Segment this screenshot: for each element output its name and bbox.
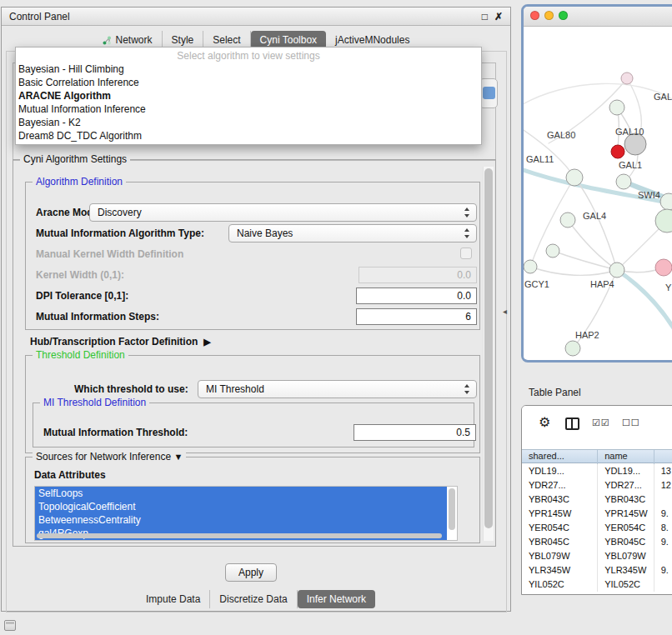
table-row[interactable]: YDR27...YDR27...12 [522, 478, 672, 492]
background-combo-fragment [479, 78, 498, 108]
table-body: YDL19...YDL19...13YDR27...YDR27...12YBR0… [522, 464, 672, 592]
panel-dock-icon[interactable] [4, 620, 16, 631]
table-cell: YIL052C [522, 578, 598, 592]
threshold-definition-group: Threshold Definition Which threshold to … [25, 355, 480, 453]
table-row[interactable]: YIL052CYIL052C [522, 578, 672, 592]
list-hscrollbar-thumb[interactable] [37, 533, 442, 538]
column-header[interactable] [654, 450, 672, 464]
hub-definition-toggle[interactable]: Hub/Transcription Factor Definition ▶ [30, 336, 211, 348]
algorithm-option[interactable]: Basic Correlation Inference [16, 76, 481, 89]
table-cell [654, 549, 672, 563]
close-light[interactable] [530, 11, 539, 20]
kernel-width-field[interactable]: 0.0 [359, 267, 477, 283]
window-title: Control Panel [9, 11, 70, 22]
node-label: GAL11 [526, 154, 554, 164]
attribute-item[interactable]: TopologicalCoefficient [35, 500, 447, 513]
table-row[interactable]: YER054CYER054C8. [522, 521, 672, 535]
network-node[interactable] [609, 100, 624, 115]
mi-threshold-legend: MI Threshold Definition [40, 397, 149, 408]
float-window-icon[interactable]: □ [482, 12, 488, 22]
manual-kernel-checkbox[interactable] [460, 248, 472, 259]
algorithm-definition-group: Algorithm Definition Aracne Mode: Discov… [25, 182, 480, 330]
data-attributes-list: SelfLoopsTopologicalCoefficientBetweenne… [35, 487, 457, 540]
table-cell: YLR345W [598, 563, 654, 578]
network-node[interactable] [565, 341, 580, 356]
mi-type-select[interactable]: Naive Bayes [228, 224, 477, 242]
data-attributes-listbox[interactable]: SelfLoopsTopologicalCoefficientBetweenne… [34, 486, 458, 541]
mi-steps-field[interactable]: 6 [356, 308, 477, 325]
network-node[interactable] [611, 145, 624, 158]
network-node[interactable] [524, 260, 537, 273]
sources-legend: Sources for Network Inference ▼ [33, 451, 186, 462]
tab-label: jActiveMNodules [335, 34, 409, 46]
mi-type-label: Mutual Information Algorithm Type: [36, 228, 204, 239]
traffic-lights [530, 11, 573, 22]
algorithm-placeholder: Select algorithm to view settings [16, 50, 481, 62]
algorithm-option[interactable]: Bayesian - K2 [16, 116, 481, 129]
control-panel-window: Control Panel □ ✗ NetworkStyleSelectCyni… [1, 7, 511, 612]
table-row[interactable]: YBL079WYBL079W [522, 549, 672, 563]
help-icon[interactable] [483, 87, 495, 99]
table-cell: 8. [654, 521, 672, 535]
network-node[interactable] [546, 244, 559, 258]
close-window-icon[interactable]: ✗ [494, 12, 503, 22]
data-attributes-label: Data Attributes [34, 469, 106, 481]
table-row[interactable]: YDL19...YDL19...13 [522, 464, 672, 478]
network-node[interactable] [560, 212, 575, 228]
mi-threshold-field[interactable]: 0.5 [354, 424, 476, 441]
network-canvas[interactable]: GAL8GAL80GAL10GAL11GAL1SWI4GAL4GCY1HAP4Y… [524, 27, 672, 359]
dpi-tolerance-field[interactable]: 0.0 [356, 288, 477, 304]
dpi-tolerance-label: DPI Tolerance [0,1]: [36, 290, 128, 302]
zoom-light[interactable] [559, 11, 568, 20]
network-edge[interactable] [617, 270, 672, 328]
table-cell: YPR145W [522, 507, 598, 521]
scrollbar-thumb[interactable] [484, 168, 493, 528]
mi-threshold-value: 0.5 [456, 427, 470, 438]
table-cell: 9. [654, 535, 672, 549]
table-row[interactable]: YBR043CYBR043C [522, 492, 672, 507]
network-edge[interactable] [530, 267, 617, 275]
columns-icon[interactable] [565, 418, 579, 430]
attribute-item[interactable]: BetweennessCentrality [35, 513, 447, 527]
sources-group: Sources for Network Inference ▼ Data Att… [25, 457, 480, 543]
panel-splitter-arrow[interactable]: ◂ [503, 307, 507, 316]
aracne-mode-select[interactable]: Discovery [89, 203, 477, 222]
table-cell: 12 [654, 478, 672, 492]
select-all-icon[interactable]: ☑☑ [592, 418, 610, 428]
algorithm-option[interactable]: Bayesian - Hill Climbing [16, 62, 481, 76]
settings-scrollbar[interactable] [483, 167, 494, 541]
network-edge[interactable] [568, 220, 617, 270]
network-node[interactable] [616, 174, 631, 189]
network-node[interactable] [655, 209, 672, 232]
table-row[interactable]: YPR145WYPR145W9. [522, 507, 672, 521]
network-edge[interactable] [553, 251, 617, 270]
table-cell: YBR045C [598, 535, 654, 549]
deselect-all-icon[interactable]: ☐☐ [622, 418, 640, 428]
table-row[interactable]: YBR045CYBR045C9. [522, 535, 672, 549]
algorithm-option[interactable]: ARACNE Algorithm [16, 89, 481, 102]
node-label: GAL1 [619, 160, 642, 170]
collapse-arrow-icon[interactable]: ▼ [173, 452, 183, 462]
network-edge[interactable] [524, 83, 672, 107]
gear-icon[interactable]: ⚙ [539, 414, 550, 430]
minimize-light[interactable] [544, 11, 554, 20]
column-header[interactable]: name [598, 450, 654, 464]
column-header[interactable]: shared... [522, 450, 598, 464]
algorithm-option[interactable]: Mutual Information Inference [16, 102, 481, 116]
table-cell: YLR345W [522, 563, 598, 578]
threshold-definition-legend: Threshold Definition [33, 349, 128, 361]
network-window-titlebar [524, 7, 672, 27]
list-scrollbar-thumb[interactable] [449, 488, 455, 530]
network-node[interactable] [566, 169, 583, 186]
which-threshold-select[interactable]: MI Threshold [198, 380, 477, 398]
algorithm-option[interactable]: Dream8 DC_TDC Algorithm [16, 129, 481, 142]
cyni-settings-legend: Cyni Algorithm Settings [20, 153, 130, 165]
cyni-settings-group: Cyni Algorithm Settings Algorithm Defini… [13, 159, 496, 547]
network-node[interactable] [609, 262, 624, 278]
combo-arrows-icon [464, 384, 471, 394]
mi-steps-value: 6 [465, 311, 471, 322]
table-row[interactable]: YLR345WYLR345W9. [522, 563, 672, 578]
network-node[interactable] [655, 259, 672, 276]
network-node[interactable] [621, 72, 633, 84]
attribute-item[interactable]: SelfLoops [35, 487, 447, 500]
